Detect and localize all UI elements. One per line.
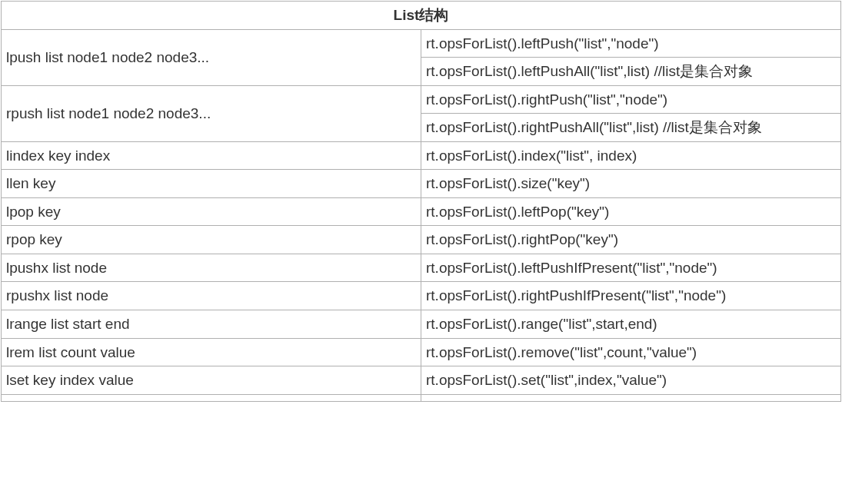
table-row: lpop keyrt.opsForList().leftPop("key") xyxy=(2,197,841,226)
java-api-cell: rt.opsForList().leftPushIfPresent("list"… xyxy=(421,254,841,282)
redis-cli-cell: lrange list start end xyxy=(2,310,421,339)
java-api-cell: rt.opsForList().leftPush("list","node") xyxy=(421,29,841,58)
redis-cli-cell xyxy=(2,394,421,401)
java-api-cell: rt.opsForList().size("key") xyxy=(421,170,841,198)
redis-cli-cell: lpushx list node xyxy=(2,254,421,282)
table-row: lrange list start endrt.opsForList().ran… xyxy=(2,310,841,339)
table-row: lpush list node1 node2 node3...rt.opsFor… xyxy=(2,29,841,58)
redis-cli-cell: rpop key xyxy=(2,226,421,254)
table-row: lset key index valuert.opsForList().set(… xyxy=(2,366,841,395)
java-api-cell: rt.opsForList().rightPop("key") xyxy=(421,226,841,254)
java-api-cell: rt.opsForList().leftPop("key") xyxy=(421,197,841,226)
table-row: lpushx list nodert.opsForList().leftPush… xyxy=(2,254,841,282)
java-api-cell: rt.opsForList().remove("list",count,"val… xyxy=(421,338,841,366)
table-row: rpush list node1 node2 node3...rt.opsFor… xyxy=(2,85,841,114)
table-row: lrem list count valuert.opsForList().rem… xyxy=(2,338,841,366)
redis-cli-cell: lpop key xyxy=(2,197,421,226)
java-api-cell: rt.opsForList().leftPushAll("list",list)… xyxy=(421,58,841,86)
table-row: lindex key indexrt.opsForList().index("l… xyxy=(2,141,841,170)
table-row: rpushx list nodert.opsForList().rightPus… xyxy=(2,282,841,310)
redis-cli-cell: lindex key index xyxy=(2,141,421,170)
java-api-cell: rt.opsForList().index("list", index) xyxy=(421,141,841,170)
table-row: rpop keyrt.opsForList().rightPop("key") xyxy=(2,226,841,254)
java-api-cell: rt.opsForList().set("list",index,"value"… xyxy=(421,366,841,395)
redis-cli-cell: rpushx list node xyxy=(2,282,421,310)
java-api-cell: rt.opsForList().range("list",start,end) xyxy=(421,310,841,339)
table-row: llen keyrt.opsForList().size("key") xyxy=(2,170,841,198)
redis-cli-cell: llen key xyxy=(2,170,421,198)
java-api-cell xyxy=(421,394,841,401)
java-api-cell: rt.opsForList().rightPushAll("list",list… xyxy=(421,114,841,142)
java-api-cell: rt.opsForList().rightPush("list","node") xyxy=(421,85,841,114)
java-api-cell: rt.opsForList().rightPushIfPresent("list… xyxy=(421,282,841,310)
list-api-table: List结构 lpush list node1 node2 node3...rt… xyxy=(1,1,841,402)
table-header: List结构 xyxy=(2,2,841,30)
redis-cli-cell: lrem list count value xyxy=(2,338,421,366)
redis-cli-cell: rpush list node1 node2 node3... xyxy=(2,85,421,141)
redis-cli-cell: lpush list node1 node2 node3... xyxy=(2,29,421,85)
table-row xyxy=(2,394,841,401)
table-header-row: List结构 xyxy=(2,2,841,30)
redis-cli-cell: lset key index value xyxy=(2,366,421,395)
